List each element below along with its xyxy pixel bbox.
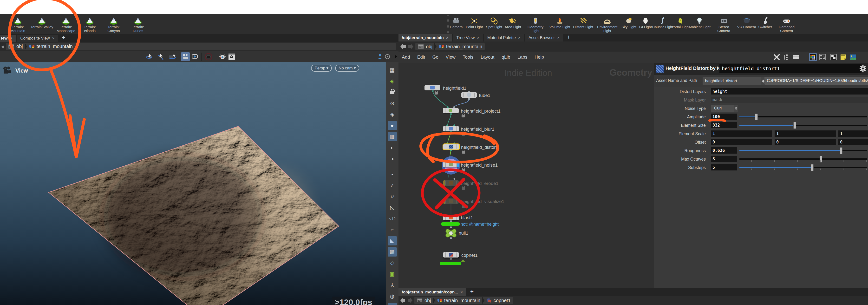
element-size-field[interactable]: 332: [711, 122, 737, 128]
menu-view[interactable]: View: [446, 55, 456, 60]
pane-expand-icon[interactable]: [395, 55, 397, 58]
tools-wrench-icon[interactable]: [773, 53, 781, 61]
asset-name-dropdown[interactable]: heightfield_distort: [703, 77, 766, 85]
menu-go[interactable]: Go: [432, 55, 438, 60]
path-root[interactable]: obj: [17, 44, 23, 49]
shelf-tool-terrain-canyon[interactable]: Terrain: Canyon: [102, 15, 125, 33]
network-path-field[interactable]: obj terrain_mountain: [415, 43, 485, 50]
menu-labs[interactable]: Labs: [518, 55, 527, 60]
scene-viewport[interactable]: View Persp ▾ No cam ▾ >120.0fps: [0, 62, 386, 305]
element-scale-z-field[interactable]: 1: [838, 131, 868, 137]
forward-arrow-icon[interactable]: [408, 44, 414, 50]
list-view-icon[interactable]: [792, 53, 800, 61]
menu-help[interactable]: Help: [534, 55, 544, 60]
path-root[interactable]: obj: [425, 298, 431, 303]
normal-lighting-icon[interactable]: ●: [388, 121, 397, 130]
secure-selection-icon[interactable]: [384, 52, 391, 61]
tab-tree-view[interactable]: Tree View×: [453, 34, 483, 42]
point-numbers-icon[interactable]: 12: [388, 192, 397, 201]
shelf-tool-distant-light[interactable]: Distant Light: [571, 15, 595, 29]
max-octaves-field[interactable]: 8: [711, 156, 737, 162]
hq-shading-icon[interactable]: ▩: [388, 132, 397, 141]
shelf-tool-environment-light[interactable]: Environment Light: [596, 15, 619, 33]
point-marker-icon[interactable]: ●: [388, 170, 397, 179]
persp-view-button[interactable]: Persp ▾: [311, 65, 332, 72]
new-tab-button[interactable]: +: [564, 34, 573, 40]
node-heightfield_noise1[interactable]: [443, 162, 459, 167]
shaded-playback-icon[interactable]: ◑: [388, 154, 397, 164]
tab-composite-view[interactable]: Composite View×: [17, 35, 58, 42]
menu-tools[interactable]: Tools: [463, 55, 473, 60]
roughness-slider[interactable]: [739, 147, 867, 154]
back-arrow-icon[interactable]: [400, 44, 406, 50]
element-scale-y-field[interactable]: 1: [775, 131, 836, 137]
forward-arrow-icon[interactable]: [407, 298, 413, 303]
path-node[interactable]: terrain_mountain: [37, 44, 73, 49]
mask-layer-field[interactable]: mask: [711, 97, 868, 103]
node-heightfield_project1[interactable]: [443, 108, 459, 113]
network-boxes-icon[interactable]: [830, 53, 838, 61]
view-dolly-tool-icon[interactable]: [168, 52, 177, 61]
no-lights-icon[interactable]: ⊗: [388, 99, 397, 108]
headlight-icon[interactable]: ◈: [388, 110, 397, 119]
bypass-flag[interactable]: [443, 198, 445, 204]
offset-z-field[interactable]: 0: [838, 139, 868, 145]
bottom-path-field[interactable]: obj terrain_mountain copnet1: [414, 297, 513, 304]
tab-network-path[interactable]: /obj/terrain_mountain×: [399, 34, 452, 42]
node-blast1[interactable]: [443, 215, 459, 220]
select-mode-icon[interactable]: [376, 52, 384, 61]
node-heightfield_blur1[interactable]: [443, 126, 459, 131]
gear-menu-icon[interactable]: [859, 65, 867, 72]
spinner-icon[interactable]: [734, 105, 738, 112]
close-icon[interactable]: ×: [460, 290, 463, 295]
sticky-note-icon[interactable]: [839, 53, 847, 61]
path-node[interactable]: terrain_mountain: [446, 44, 482, 49]
pivot-handle-icon[interactable]: ⅄: [388, 281, 397, 290]
close-icon[interactable]: ×: [446, 36, 448, 40]
point-normal-icon[interactable]: ✓: [388, 181, 397, 190]
max-octaves-slider[interactable]: [739, 156, 867, 162]
shelf-tool-area-light[interactable]: Area Light: [501, 15, 524, 29]
distort-layers-field[interactable]: height: [711, 88, 868, 94]
menu-edit[interactable]: Edit: [417, 55, 425, 60]
lock-view-icon[interactable]: [388, 88, 397, 97]
ghost-geometry-icon[interactable]: ◣: [388, 236, 397, 245]
substeps-field[interactable]: 5: [711, 164, 737, 170]
show-cameras-icon[interactable]: [181, 52, 190, 61]
close-icon[interactable]: ×: [518, 36, 520, 40]
snapping-icon[interactable]: ◈: [388, 77, 397, 86]
hull-display-icon[interactable]: ⌐: [388, 225, 397, 234]
node-tube1[interactable]: [461, 92, 477, 98]
path-root[interactable]: obj: [426, 44, 432, 49]
tab-copnet-path[interactable]: /obj/terrain_mountain/copn...×: [399, 288, 466, 296]
asset-path-field[interactable]: C:/PROGRA~1/SIDEEF~1/HOUDIN~1.559/houdin…: [765, 77, 868, 85]
shelf-tool-stereo-camera[interactable]: Stereo Camera: [712, 15, 735, 33]
node-heightfield_erode1[interactable]: [443, 181, 459, 186]
close-icon[interactable]: ×: [477, 36, 479, 40]
menu-layout[interactable]: Layout: [480, 55, 494, 60]
tab-scene-view-partial[interactable]: iew×: [0, 35, 16, 42]
offset-y-field[interactable]: 0: [775, 139, 836, 145]
menu-add[interactable]: Add: [402, 55, 410, 60]
close-icon[interactable]: ×: [557, 36, 560, 40]
view-pan-tool-icon[interactable]: [157, 52, 165, 61]
node-null1[interactable]: [445, 227, 457, 239]
close-icon[interactable]: ×: [52, 36, 54, 40]
prim-normal-icon[interactable]: ◺: [388, 203, 397, 212]
camera-select-button[interactable]: No cam ▾: [335, 65, 359, 72]
node-copnet1[interactable]: [443, 252, 459, 257]
flipbook-record-icon[interactable]: [204, 52, 213, 61]
back-arrow-icon[interactable]: [400, 298, 406, 303]
shelf-tool-gamepad-camera[interactable]: Gamepad Camera: [775, 15, 798, 33]
sectioning-icon[interactable]: ◍: [388, 292, 397, 301]
shelf-tool-terrain-mountain[interactable]: Terrain: Mountain: [6, 15, 29, 33]
new-tab-button[interactable]: +: [467, 288, 476, 295]
bypass-flag[interactable]: [443, 181, 445, 186]
smooth-shaded-icon[interactable]: ◐: [388, 143, 397, 152]
background-image-icon[interactable]: ▧: [388, 303, 397, 305]
node-name-field[interactable]: heightfield_distort1: [719, 64, 862, 73]
shelf-tool-switcher[interactable]: Switcher: [754, 15, 777, 29]
tab-material-palette[interactable]: Material Palette×: [484, 34, 524, 42]
amplitude-slider[interactable]: [739, 114, 867, 120]
tree-hierarchy-icon[interactable]: [782, 53, 790, 61]
